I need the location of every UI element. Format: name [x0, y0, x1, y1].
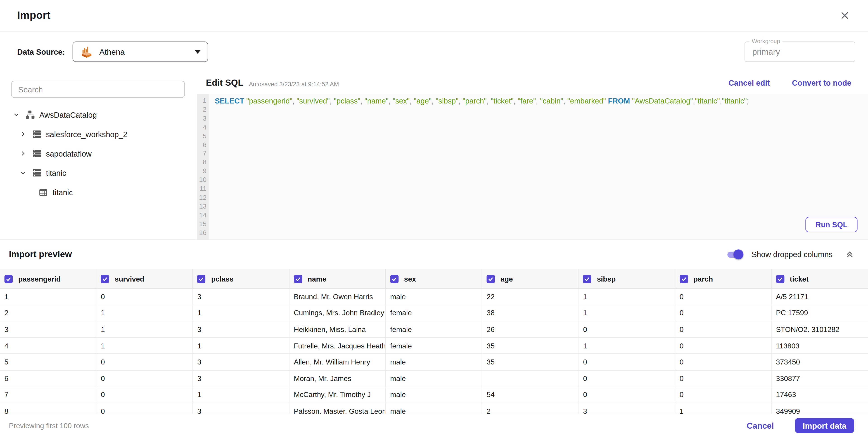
sql-token-pun: ,	[563, 97, 567, 105]
column-header-parch: parch	[675, 269, 771, 288]
catalog-sidebar: AwsDataCatalogsalesforce_workshop_2sapod…	[0, 72, 197, 239]
preview-table-body: 103Braund, Mr. Owen Harrismale2210A/5 21…	[0, 289, 868, 414]
column-header-label: survived	[115, 274, 144, 283]
close-icon[interactable]	[840, 11, 850, 21]
table-cell: 1	[96, 338, 193, 354]
table-cell: 22	[482, 289, 579, 305]
table-row: 411Futrelle, Mrs. Jacques Heath (Lily Ma…	[0, 338, 868, 354]
show-dropped-columns-toggle[interactable]	[727, 249, 744, 260]
column-checkbox[interactable]	[197, 274, 206, 283]
chevron-right-icon[interactable]	[19, 150, 27, 157]
table-cell: 0	[675, 338, 771, 354]
datasource-select[interactable]: Athena	[73, 41, 209, 62]
column-checkbox[interactable]	[583, 274, 591, 283]
line-number: 9	[197, 167, 209, 176]
column-checkbox[interactable]	[680, 274, 688, 283]
workgroup-input[interactable]	[745, 41, 855, 62]
line-number: 5	[197, 132, 209, 141]
line-number: 4	[197, 123, 209, 132]
table-row: 603Moran, Mr. Jamesmale00330877	[0, 371, 868, 387]
sql-token-str: "fare"	[518, 97, 536, 105]
sql-token-pun: ,	[389, 97, 393, 105]
sql-token-pun: ,	[292, 97, 297, 105]
table-cell: 1	[96, 305, 193, 321]
column-checkbox[interactable]	[294, 274, 302, 283]
main-area: AwsDataCatalogsalesforce_workshop_2sapod…	[0, 72, 868, 239]
column-checkbox[interactable]	[4, 274, 13, 283]
autosave-status: Autosaved 3/23/23 at 9:14:52 AM	[249, 79, 339, 87]
table-cell: 0	[579, 387, 675, 403]
table-cell: PC 17599	[772, 305, 868, 321]
tree-item-titanic[interactable]: titanic	[11, 163, 185, 182]
sql-editor: Edit SQL Autosaved 3/23/23 at 9:14:52 AM…	[197, 72, 868, 239]
line-number: 1	[197, 97, 209, 105]
dialog-header: Import	[0, 0, 868, 32]
table-row: 503Allen, Mr. William Henrymale350037345…	[0, 354, 868, 370]
run-sql-button[interactable]: Run SQL	[806, 217, 857, 232]
sql-code-input[interactable]: SELECT "passengerid", "survived", "pclas…	[209, 94, 868, 239]
column-checkbox[interactable]	[390, 274, 399, 283]
code-area: 12345678910111213141516 SELECT "passenge…	[197, 94, 868, 239]
sql-token-str: "titanic"	[695, 97, 720, 105]
column-header-age: age	[482, 269, 579, 288]
table-cell: Heikkinen, Miss. Laina	[289, 322, 385, 337]
table-cell: 0	[675, 387, 771, 403]
table-cell: 54	[482, 387, 579, 403]
search-input[interactable]	[11, 81, 185, 98]
column-header-label: pclass	[211, 274, 234, 283]
table-cell: 1	[675, 403, 771, 414]
column-checkbox[interactable]	[776, 274, 784, 283]
tree-item-salesforce_workshop_2[interactable]: salesforce_workshop_2	[11, 125, 185, 144]
table-cell: 3	[0, 322, 96, 337]
tree-item-titanic[interactable]: titanic	[11, 182, 185, 202]
chevron-right-icon[interactable]	[19, 131, 27, 137]
cancel-button[interactable]: Cancel	[747, 421, 774, 431]
table-cell: 0	[96, 289, 193, 305]
tree-item-awsdatacatalog[interactable]: AwsDataCatalog	[11, 105, 185, 125]
table-cell: 8	[0, 403, 96, 414]
column-header-label: sex	[404, 274, 416, 283]
tree-item-sapodataflow[interactable]: sapodataflow	[11, 144, 185, 163]
table-cell: 1	[96, 322, 193, 337]
sql-token-pun: ,	[458, 97, 463, 105]
collapse-section-icon[interactable]	[845, 249, 855, 259]
preview-table-header: passengeridsurvivedpclassnamesexagesibsp…	[0, 269, 868, 289]
table-cell: female	[386, 322, 482, 337]
tree-item-label: AwsDataCatalog	[39, 110, 97, 119]
column-checkbox[interactable]	[101, 274, 109, 283]
table-cell: 26	[482, 322, 579, 337]
line-number: 14	[197, 211, 209, 220]
cancel-edit-link[interactable]: Cancel edit	[728, 79, 770, 88]
sql-token-str: "titanic"	[722, 97, 747, 105]
table-cell: 349909	[772, 403, 868, 414]
table-cell: 1	[579, 305, 675, 321]
database-icon	[31, 149, 42, 158]
page-title: Import	[17, 9, 51, 22]
table-row: 701McCarthy, Mr. Timothy Jmale540017463	[0, 387, 868, 403]
column-header-label: age	[500, 274, 513, 283]
convert-to-node-link[interactable]: Convert to node	[792, 79, 851, 88]
sql-token-str: "name"	[365, 97, 389, 105]
column-header-sex: sex	[386, 269, 482, 288]
table-cell: 3	[193, 354, 289, 370]
table-cell: male	[386, 354, 482, 370]
sql-token-pun: ,	[536, 97, 540, 105]
table-cell: male	[386, 371, 482, 386]
chevron-down-icon[interactable]	[19, 170, 27, 176]
column-checkbox[interactable]	[487, 274, 495, 283]
table-cell: Allen, Mr. William Henry	[289, 354, 385, 370]
table-cell: 0	[96, 354, 193, 370]
import-data-button[interactable]: Import data	[795, 418, 854, 433]
chevron-down-icon[interactable]	[12, 112, 20, 118]
sql-token-kw: FROM	[608, 97, 630, 105]
table-cell: 4	[0, 338, 96, 354]
tree-item-label: salesforce_workshop_2	[46, 130, 127, 138]
tree-item-label: titanic	[46, 168, 66, 177]
line-number: 7	[197, 149, 209, 158]
table-row: 803Palsson, Master. Gosta Leonardmale231…	[0, 403, 868, 414]
table-cell: 0	[675, 305, 771, 321]
dialog-footer: Previewing first 100 rows Cancel Import …	[0, 414, 868, 437]
table-cell	[482, 371, 579, 386]
table-cell: 38	[482, 305, 579, 321]
preview-title: Import preview	[9, 249, 72, 259]
